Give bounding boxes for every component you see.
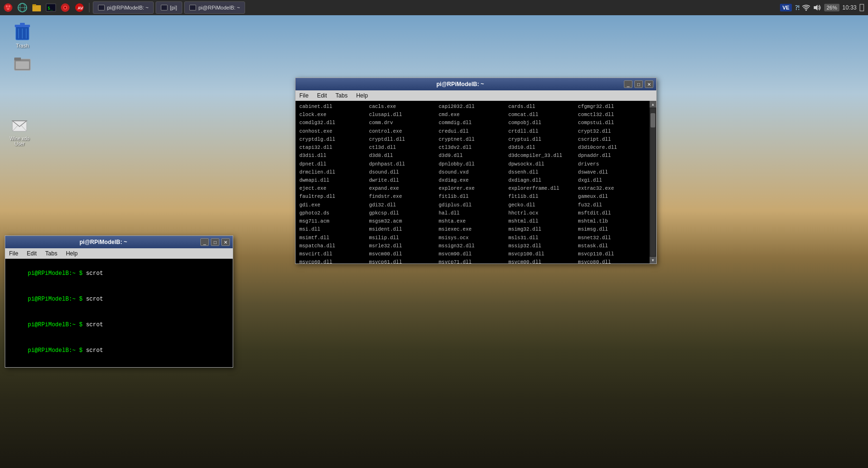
terminal-small-titlebar: pi@RPiModelB: ~ _ □ ✕ [5,236,233,248]
wine-file-entry: commdig.dll [438,119,507,127]
wine-file-entry: clusapi.dll [368,111,437,119]
terminal-large-scroll-container: cabinet.dllcacls.execapi2032.dllcards.dl… [296,101,656,263]
term-line-2: pi@RPiModelB:~ $ scrot [7,286,231,312]
scroll-track [651,108,655,256]
terminal-small-maximize[interactable]: □ [211,238,219,246]
system-clock: 10:33 [842,4,857,11]
wine-file-entry: msg711.acm [298,217,368,225]
terminal-large-menubar: File Edit Tabs Help [296,90,656,101]
term-line-1: pi@RPiModelB:~ $ scrot [7,261,231,286]
files-icon[interactable] [30,1,43,14]
wine-file-entry: hhctrl.ocx [507,209,577,217]
terminal-small-menu-help[interactable]: Help [64,249,79,258]
wine-file-entry: capi2032.dll [438,103,507,111]
trash-icon[interactable]: Trash [6,20,39,50]
wine-file-entry: ctl3dv2.dll [438,144,507,152]
terminal-large-scrollbar[interactable]: ▲ ▼ [650,101,656,263]
term-line-3: pi@RPiModelB:~ $ scrot [7,312,231,338]
wine-files-grid: cabinet.dllcacls.execapi2032.dllcards.dl… [298,103,647,263]
wine-file-entry: comctl32.dll [577,111,647,119]
bluetooth-icon[interactable]: ⁈ [795,4,799,11]
wine-file-entry: msvcm00.dll [507,258,577,263]
wifi-icon[interactable] [802,4,810,11]
window-btn-3-icon [189,5,196,10]
wine-file-entry: crypt32.dll [577,127,647,136]
terminal-large-menu-tabs[interactable]: Tabs [334,91,349,100]
terminal-small-close[interactable]: ✕ [221,238,230,246]
wine-file-entry: mshtml.tlb [577,217,647,225]
svg-marker-18 [814,5,818,10]
wine-file-entry: msftdit.dll [577,209,647,217]
terminal-large-close[interactable]: ✕ [645,80,653,88]
window-btn-2-label: [pi] [170,5,177,10]
svg-rect-19 [860,4,864,11]
wine-file-entry: dssenh.dll [507,168,577,176]
wine-file-entry: msvcp60.dll [298,258,368,263]
svg-point-17 [805,10,807,11]
scroll-thumb[interactable] [651,113,655,127]
window-btn-3[interactable]: pi@RPiModelB: ~ [184,1,245,14]
wine-file-entry: msls31.dll [507,234,577,242]
wine-file-entry: d3d10.dll [507,144,577,152]
show-desktop-icon[interactable] [859,3,864,12]
terminal-window-large: pi@RPiModelB: ~ _ □ ✕ File Edit Tabs Hel… [295,78,657,264]
window-btn-1-icon [98,5,105,10]
raspberry-menu-icon[interactable] [2,1,14,14]
terminal-small-menu-edit[interactable]: Edit [25,249,39,258]
window-btn-1-label: pi@RPiModelB: ~ [107,5,148,10]
terminal-large-menu-file[interactable]: File [297,91,310,100]
volume-icon[interactable] [813,4,821,11]
terminal-icon[interactable]: $_ [45,1,57,14]
wine-file-entry: dpnhpast.dll [368,160,437,168]
terminal-large-maximize[interactable]: □ [634,80,643,88]
wine-file-entry: gpkcsp.dll [368,209,437,217]
wine-file-entry: msisys.ocx [438,234,507,242]
wine-file-entry: comcat.dll [507,111,577,119]
terminal-small-menu-tabs[interactable]: Tabs [43,249,59,258]
wine-file-entry: msvcp80.dll [577,258,647,263]
wine-file-entry: msvcp100.dll [507,250,577,258]
wine-file-entry: msvcirt.dll [298,250,368,258]
terminal-large-menu-help[interactable]: Help [354,91,370,100]
battery-indicator[interactable]: 26% [824,4,839,11]
browser-icon[interactable] [16,1,29,14]
wine-file-entry: hal.dll [438,209,507,217]
filemanager-icon[interactable] [6,52,39,77]
wine-file-entry: cscript.dll [577,136,647,144]
wine-file-entry: dsound.dll [368,168,437,176]
wine-file-entry: msvcp61.dll [368,258,437,263]
scroll-down-arrow[interactable]: ▼ [650,257,656,263]
wine-file-entry: dpnlobby.dll [438,160,507,168]
window-btn-2[interactable]: [pi] [156,1,182,14]
terminal-small-content: pi@RPiModelB:~ $ scrot pi@RPiModelB:~ $ … [5,259,233,367]
wine-file-entry: drmclien.dll [298,168,368,176]
antivirus-icon[interactable]: AV [73,1,86,14]
wine-file-entry: cryptui.dll [507,136,577,144]
wine-file-entry: extrac32.exe [577,185,647,193]
wine-file-entry: msimsg.dll [577,225,647,234]
svg-point-2 [6,5,8,7]
terminal-small-title: pi@RPiModelB: ~ [8,239,198,245]
wine-file-entry: mssip32.dll [507,242,577,250]
scroll-up-arrow[interactable]: ▲ [650,101,656,107]
settings-icon[interactable] [59,1,71,14]
wine-file-entry: cacls.exe [368,103,437,111]
wine-file-entry: compobj.dll [507,119,577,127]
sendto-icon[interactable]: Wine xdo User [3,113,36,148]
terminal-small-minimize[interactable]: _ [200,238,209,246]
window-btn-1[interactable]: pi@RPiModelB: ~ [93,1,154,14]
wine-file-entry: clock.exe [298,111,368,119]
wine-file-entry: msi.dll [298,225,368,234]
terminal-large-menu-edit[interactable]: Edit [315,91,329,100]
wine-file-entry: mshtml.dll [507,217,577,225]
terminal-small-menu-file[interactable]: File [7,249,20,258]
ve-badge[interactable]: VE [780,4,792,11]
wine-file-entry: compstui.dll [577,119,647,127]
svg-rect-27 [14,58,21,60]
wine-file-entry: dwmapi.dll [298,176,368,185]
wine-file-entry: cryptnet.dll [438,136,507,144]
wine-file-entry: ctapi32.dll [298,144,368,152]
wine-file-entry: eject.exe [298,185,368,193]
terminal-large-minimize[interactable]: _ [624,80,632,88]
wine-file-entry: d3d10core.dll [577,144,647,152]
